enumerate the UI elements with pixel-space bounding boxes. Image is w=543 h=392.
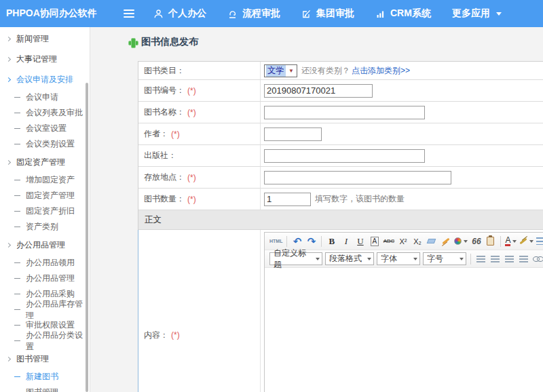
add-category-link[interactable]: 点击添加类别>> xyxy=(352,65,410,77)
sidebar-scrollbar[interactable] xyxy=(86,83,88,392)
sidebar-item[interactable]: 新建图书 xyxy=(0,369,90,385)
align-left-icon[interactable] xyxy=(474,252,487,266)
highlight-pen-icon[interactable] xyxy=(519,234,534,248)
bar-chart-icon xyxy=(375,9,386,19)
field-label-text: 图书名称： xyxy=(144,106,185,118)
sidebar-item-label: 会议类别设置 xyxy=(26,138,75,150)
align-center-icon[interactable] xyxy=(489,252,502,266)
html-source-icon[interactable]: HTML xyxy=(269,234,283,248)
sidebar-item[interactable]: 办公用品库存管理 xyxy=(0,302,90,317)
font-family-select[interactable]: 字体 xyxy=(377,252,420,265)
bold-icon[interactable]: B xyxy=(325,234,338,248)
superscript-icon[interactable]: X² xyxy=(396,234,409,248)
editor-toolbar-row2: 自定义标题段落格式字体字号 xyxy=(265,250,543,268)
sidebar-group[interactable]: 新闻管理 xyxy=(0,28,90,49)
paste-icon[interactable] xyxy=(484,234,497,248)
text-input[interactable] xyxy=(264,106,425,119)
heading-select[interactable]: 自定义标题 xyxy=(269,252,322,265)
text-input[interactable] xyxy=(264,171,451,184)
sidebar-group[interactable]: 固定资产管理 xyxy=(0,152,90,172)
sidebar-group[interactable]: 办公用品管理 xyxy=(0,235,90,255)
align-justify-icon[interactable] xyxy=(517,252,530,266)
strikethrough-icon[interactable]: ABC xyxy=(382,234,395,248)
dash-icon xyxy=(14,180,20,180)
add-plus-icon xyxy=(128,38,137,47)
sidebar-group[interactable]: 大事记管理 xyxy=(0,49,90,69)
heading-select-value: 自定义标题 xyxy=(274,248,314,271)
page-title-text: 图书信息发布 xyxy=(141,36,198,48)
category-select[interactable]: 文学▼ xyxy=(264,64,297,77)
text-input[interactable] xyxy=(264,84,373,98)
subscript-icon[interactable]: X₂ xyxy=(411,234,424,248)
chevron-right-icon xyxy=(6,356,11,361)
sidebar-item[interactable]: 资产类别 xyxy=(0,219,90,235)
nav-personal-office[interactable]: 个人办公 xyxy=(153,7,206,20)
underline-icon[interactable]: U xyxy=(354,234,367,248)
page-title: 图书信息发布 xyxy=(128,36,198,48)
sidebar-item[interactable]: 会议列表及审批 xyxy=(0,105,90,121)
sidebar-item[interactable]: 固定资产折旧 xyxy=(0,203,90,219)
sidebar-item[interactable]: 会议申请 xyxy=(0,90,90,105)
font-size-select[interactable]: 字号 xyxy=(423,252,466,265)
edit-square-icon xyxy=(301,9,312,19)
sidebar-item[interactable]: 固定资产管理 xyxy=(0,188,90,203)
dash-icon xyxy=(14,144,20,144)
sidebar-group-label: 图书管理 xyxy=(16,353,49,365)
sidebar-group[interactable]: 会议申请及安排 xyxy=(0,69,90,90)
nav-workflow-approval[interactable]: 流程审批 xyxy=(227,7,280,20)
font-border-icon[interactable]: A xyxy=(368,234,381,248)
text-input[interactable] xyxy=(264,149,425,163)
field-hint: 填写数字，该图书的数量 xyxy=(315,193,405,205)
font-color-icon[interactable]: A xyxy=(504,234,517,248)
sidebar-group-label: 大事记管理 xyxy=(16,54,57,65)
sidebar-item[interactable]: 办公用品管理 xyxy=(0,271,90,286)
sidebar-item[interactable]: 增加固定资产 xyxy=(0,172,90,188)
book-form: 图书类目：文学▼还没有类别？点击添加类别>>图书编号：(*)图书名称：(*)作者… xyxy=(138,61,543,392)
field-label-text: 图书类目： xyxy=(144,65,185,77)
sidebar-item[interactable]: 办公用品分类设置 xyxy=(0,333,90,349)
sidebar-item-label: 办公用品领用 xyxy=(26,257,75,269)
italic-icon[interactable]: I xyxy=(339,234,352,248)
format-brush-icon[interactable] xyxy=(439,234,452,248)
field-label-text: 存放地点： xyxy=(144,172,185,183)
field-label-text: 作者： xyxy=(144,128,168,140)
dash-icon xyxy=(14,340,20,341)
paragraph-select-value: 段落格式 xyxy=(329,253,362,264)
nav-more-apps[interactable]: 更多应用 xyxy=(452,7,502,20)
dash-icon xyxy=(14,294,20,294)
form-row: 图书名称：(*) xyxy=(138,102,543,123)
text-input[interactable] xyxy=(264,128,322,141)
text-input[interactable] xyxy=(264,193,311,206)
font-size-select-value: 字号 xyxy=(427,253,443,264)
sidebar-item[interactable]: 图书管理 xyxy=(0,385,90,392)
undo-icon[interactable]: ↶ xyxy=(291,234,303,248)
field-label: 存放地点：(*) xyxy=(138,167,261,188)
sidebar-item-label: 图书管理 xyxy=(26,387,58,392)
dash-icon xyxy=(14,195,20,196)
field-label: 图书数量：(*) xyxy=(138,189,261,210)
blockquote-icon[interactable]: 66 xyxy=(470,234,483,248)
sidebar-item[interactable]: 会议类别设置 xyxy=(0,136,90,152)
eraser-icon[interactable] xyxy=(425,234,438,248)
required-mark: (*) xyxy=(171,330,180,340)
editor-content-area[interactable] xyxy=(265,268,543,392)
link-icon[interactable] xyxy=(531,252,543,266)
paragraph-select[interactable]: 段落格式 xyxy=(325,252,374,265)
sidebar-item[interactable]: 会议室设置 xyxy=(0,121,90,136)
field-label-text: 图书数量： xyxy=(144,193,185,205)
sidebar-item-label: 资产类别 xyxy=(26,221,58,233)
nav-crm-system[interactable]: CRM系统 xyxy=(375,7,431,20)
redo-icon[interactable]: ↷ xyxy=(305,234,318,248)
section-header: 正文 xyxy=(138,210,543,230)
content-label: 内容： (*) xyxy=(138,230,261,392)
nav-group-approval-label: 集团审批 xyxy=(316,7,354,20)
paint-format-icon[interactable] xyxy=(453,234,468,248)
form-rows: 图书类目：文学▼还没有类别？点击添加类别>>图书编号：(*)图书名称：(*)作者… xyxy=(138,62,543,210)
sidebar-item[interactable]: 办公用品领用 xyxy=(0,255,90,271)
sidebar-item-label: 会议列表及审批 xyxy=(26,107,83,119)
align-right-icon[interactable] xyxy=(503,252,516,266)
ordered-list-icon[interactable] xyxy=(536,234,543,248)
hamburger-menu-icon[interactable] xyxy=(124,9,134,18)
nav-group-approval[interactable]: 集团审批 xyxy=(301,7,354,20)
required-mark: (*) xyxy=(187,173,196,182)
